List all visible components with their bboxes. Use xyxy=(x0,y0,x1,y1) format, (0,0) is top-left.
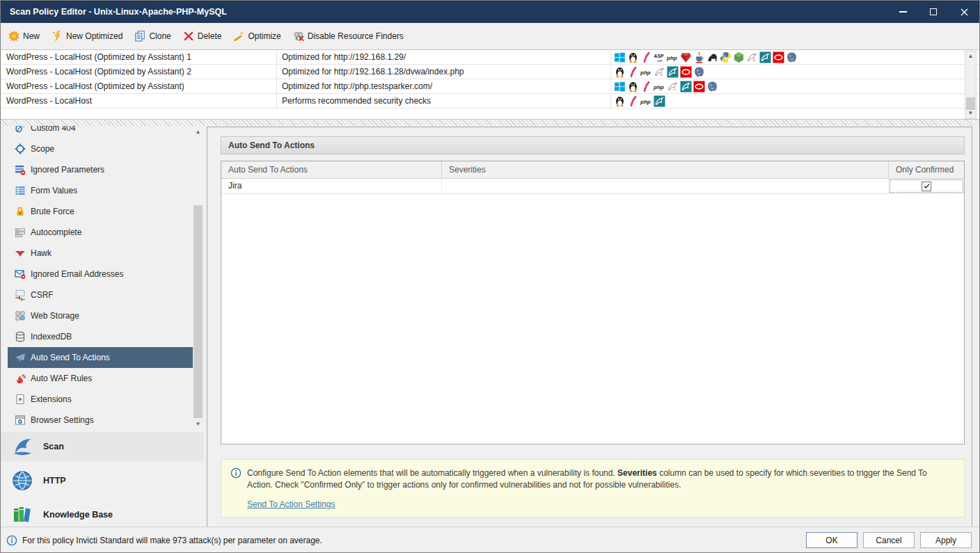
linux-icon xyxy=(614,66,626,78)
only-confirmed-cell[interactable] xyxy=(889,179,964,193)
sidebar-item-label: IndexedDB xyxy=(31,332,72,342)
policy-name-cell[interactable]: WordPress - LocalHost (Optimized by Assi… xyxy=(1,50,277,64)
maximize-button[interactable] xyxy=(918,1,949,23)
policy-row[interactable]: WordPress - LocalHostPerforms recommende… xyxy=(1,94,979,109)
severities-cell[interactable] xyxy=(442,179,889,193)
extensions-icon xyxy=(15,394,26,405)
table-row[interactable]: Jira xyxy=(221,179,964,194)
linux-icon xyxy=(627,81,639,93)
sidebar-item-browser-settings[interactable]: Browser Settings xyxy=(1,410,193,429)
clone-icon xyxy=(134,31,145,42)
linux-icon xyxy=(627,51,639,63)
policy-row[interactable]: WordPress - LocalHost (Optimized by Assi… xyxy=(1,50,979,65)
policy-list: WordPress - LocalHost (Optimized by Assi… xyxy=(1,49,979,120)
toolbar-delete-button[interactable]: Delete xyxy=(183,31,222,42)
sidebar-item-extensions[interactable]: Extensions xyxy=(1,389,193,410)
disable-resource-finders-icon xyxy=(293,31,304,42)
sidebar-section-knowledge-base[interactable]: Knowledge Base xyxy=(1,499,204,529)
sidebar-scrollbar-thumb[interactable] xyxy=(193,205,203,418)
http-icon xyxy=(11,470,35,492)
sidebar-item-indexeddb[interactable]: IndexedDB xyxy=(1,326,193,347)
toolbar-new-optimized-button[interactable]: New Optimized xyxy=(52,31,122,42)
sidebar-item-label: Ignored Parameters xyxy=(31,165,104,175)
action-name-cell[interactable]: Jira xyxy=(221,179,442,193)
sidebar-item-web-storage[interactable]: Web Storage xyxy=(1,305,193,326)
sidebar-item-brute-force[interactable]: Brute Force xyxy=(1,201,193,222)
sidebar-item-autocomplete[interactable]: Autocomplete xyxy=(1,222,193,243)
policy-list-scrollbar[interactable]: ▲ ▼ xyxy=(965,51,977,119)
aspnet-icon: ASP.net xyxy=(654,51,665,63)
optimize-icon xyxy=(233,31,244,42)
close-button[interactable] xyxy=(949,1,979,23)
cancel-button[interactable]: Cancel xyxy=(863,532,915,548)
sidebar-item-ignored-parameters[interactable]: Ignored Parameters xyxy=(1,159,193,180)
table-header-row: Auto Send To Actions Severities Only Con… xyxy=(221,161,964,179)
scroll-up-icon[interactable]: ▲ xyxy=(193,127,203,137)
sidebar-item-auto-waf-rules[interactable]: Auto WAF Rules xyxy=(1,368,193,389)
policy-tech-icons: php xyxy=(611,65,979,79)
toolbar: NewNew OptimizedCloneDeleteOptimizeDisab… xyxy=(1,23,979,49)
sidebar-item-form-values[interactable]: Form Values xyxy=(1,180,193,201)
info-box: Configure Send To Action elements that w… xyxy=(221,459,965,518)
sidebar-item-auto-send-to-actions[interactable]: Auto Send To Actions xyxy=(8,347,193,368)
splitter-handle[interactable] xyxy=(1,120,979,126)
mysql-icon xyxy=(759,51,771,63)
sidebar-item-label: Hawk xyxy=(31,248,52,258)
auto-waf-icon xyxy=(15,373,26,384)
footer-buttons: OK Cancel Apply xyxy=(806,532,972,548)
toolbar-optimize-button[interactable]: Optimize xyxy=(233,31,280,42)
policy-description-cell[interactable]: Optimized for http://php.testsparker.com… xyxy=(277,79,611,93)
sidebar-item-csrf[interactable]: CSRF xyxy=(1,284,193,305)
autocomplete-icon xyxy=(15,227,26,238)
policy-description-cell[interactable]: Optimized for http://192.168.1.29/ xyxy=(277,50,611,64)
sidebar-section-scan[interactable]: Scan xyxy=(1,432,204,461)
ok-button[interactable]: OK xyxy=(806,532,858,548)
toolbar-button-label: Optimize xyxy=(248,31,280,41)
perl-icon xyxy=(706,51,718,63)
policy-row[interactable]: WordPress - LocalHost (Optimized by Assi… xyxy=(1,65,979,79)
apache-icon xyxy=(640,81,652,93)
column-header-only-confirmed[interactable]: Only Confirmed xyxy=(889,161,964,178)
sidebar-item-label: Ignored Email Addresses xyxy=(31,269,123,279)
php-icon: php xyxy=(640,95,652,107)
sidebar-section-http[interactable]: HTTP xyxy=(1,465,204,496)
sidebar-item-scope[interactable]: Scope xyxy=(1,138,193,159)
minimize-button[interactable] xyxy=(887,1,918,23)
policy-name-cell[interactable]: WordPress - LocalHost (Optimized by Assi… xyxy=(1,65,277,79)
svg-text:.net: .net xyxy=(657,58,663,62)
scroll-up-icon[interactable]: ▲ xyxy=(965,51,976,61)
policy-tech-icons: php xyxy=(611,94,979,108)
svg-text:php: php xyxy=(667,55,677,61)
sidebar-section-label: Knowledge Base xyxy=(43,510,113,520)
sidebar-item-custom-404[interactable]: ?Custom 404 xyxy=(1,126,193,138)
info-icon xyxy=(6,535,17,546)
postgresql-icon xyxy=(706,81,718,93)
sidebar-scrollbar[interactable]: ▲ ▼ xyxy=(193,127,203,429)
policy-description-cell[interactable]: Optimized for http://192.168.1.28/dvwa/i… xyxy=(277,65,611,79)
postgresql-icon xyxy=(693,66,705,78)
web-storage-icon xyxy=(15,310,26,321)
apply-button[interactable]: Apply xyxy=(920,532,972,548)
scroll-down-icon[interactable]: ▼ xyxy=(193,419,203,429)
maximize-icon xyxy=(930,8,937,15)
status-text: For this policy Invicti Standard will ma… xyxy=(22,536,322,545)
policy-name-cell[interactable]: WordPress - LocalHost (Optimized by Assi… xyxy=(1,79,277,93)
toolbar-disable-resource-finders-button[interactable]: Disable Resource Finders xyxy=(293,31,404,42)
only-confirmed-checkbox[interactable] xyxy=(922,182,931,191)
policy-name-cell[interactable]: WordPress - LocalHost xyxy=(1,94,277,108)
column-header-auto-send-to-actions[interactable]: Auto Send To Actions xyxy=(221,161,442,178)
column-header-severities[interactable]: Severities xyxy=(442,161,889,178)
svg-text:ASP: ASP xyxy=(654,53,664,58)
sidebar-item-hawk[interactable]: Hawk xyxy=(1,243,193,264)
policy-row[interactable]: WordPress - LocalHost (Optimized by Assi… xyxy=(1,79,979,94)
toolbar-new-button[interactable]: New xyxy=(8,31,40,42)
mysql-icon xyxy=(654,95,665,107)
send-to-action-settings-link[interactable]: Send To Action Settings xyxy=(247,499,335,509)
sidebar-item-label: CSRF xyxy=(31,290,54,300)
policy-description-cell[interactable]: Performs recommended security checks xyxy=(277,94,611,108)
ignored-parameters-icon xyxy=(15,164,26,175)
java-icon xyxy=(693,51,705,63)
sidebar-item-ignored-email-addresses[interactable]: Ignored Email Addresses xyxy=(1,264,193,284)
scroll-down-icon[interactable]: ▼ xyxy=(965,109,976,118)
toolbar-clone-button[interactable]: Clone xyxy=(134,31,171,42)
